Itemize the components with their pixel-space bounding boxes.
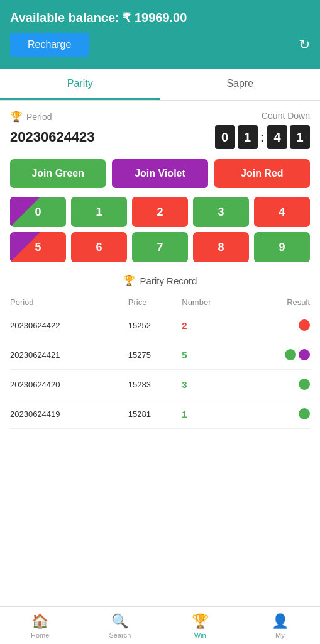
record-trophy-icon: 🏆 [123,275,135,286]
number-grid: 0 1 2 3 4 5 6 7 8 9 [10,197,310,262]
record-title: Parity Record [140,275,197,286]
number-cell-8[interactable]: 8 [193,232,249,262]
nav-my-label: My [275,631,285,639]
join-green-button[interactable]: Join Green [10,159,106,188]
nav-win-label: Win [194,631,206,639]
table-row: 20230624421 15275 5 [10,340,310,370]
period-number: 20230624423 [10,129,95,145]
join-red-button[interactable]: Join Red [214,159,310,188]
number-cell-9[interactable]: 9 [254,232,310,262]
cell-result [250,311,310,340]
refresh-icon[interactable]: ↻ [299,36,310,53]
cell-number: 2 [182,311,250,340]
my-icon: 👤 [272,613,289,630]
nav-search-label: Search [109,631,131,639]
bottom-nav: 🏠 Home 🔍 Search 🏆 Win 👤 My [0,606,320,644]
tab-sapre[interactable]: Sapre [160,69,321,100]
countdown-separator: : [260,129,265,145]
countdown-label: Count Down [262,111,310,121]
header: Available balance: ₹ 19969.00 Recharge ↻ [0,0,320,69]
cell-result [250,370,310,399]
record-table: Period Price Number Result 20230624422 1… [10,294,310,429]
cell-number: 3 [182,370,250,399]
col-price: Price [128,294,182,311]
green-dot [285,349,296,360]
col-period: Period [10,294,128,311]
green-dot [299,379,310,390]
balance-display: Available balance: ₹ 19969.00 [10,10,310,25]
table-row: 20230624420 15283 3 [10,370,310,399]
countdown-digit-3: 1 [290,125,310,149]
cell-result [250,340,310,370]
number-cell-0[interactable]: 0 [10,197,66,227]
countdown-digit-1: 1 [238,125,258,149]
number-cell-1[interactable]: 1 [71,197,127,227]
number-cell-2[interactable]: 2 [132,197,188,227]
home-icon: 🏠 [31,613,48,630]
cell-price: 15252 [128,311,182,340]
tabs-container: Parity Sapre [0,69,320,101]
cell-price: 15281 [128,399,182,429]
nav-home-label: Home [31,631,49,639]
period-row: 20230624423 0 1 : 4 1 [10,125,310,149]
number-cell-7[interactable]: 7 [132,232,188,262]
violet-dot [299,349,310,360]
cell-number: 5 [182,340,250,370]
cell-result [250,399,310,429]
number-cell-4[interactable]: 4 [254,197,310,227]
record-section: 🏆 Parity Record Period Price Number Resu… [10,275,310,429]
nav-win[interactable]: 🏆 Win [160,607,240,644]
col-number: Number [182,294,250,311]
number-cell-3[interactable]: 3 [193,197,249,227]
green-dot [299,408,310,419]
cell-number: 1 [182,399,250,429]
trophy-icon: 🏆 [10,111,23,123]
number-cell-5[interactable]: 5 [10,232,66,262]
recharge-button[interactable]: Recharge [10,33,89,57]
red-dot [299,319,310,331]
cell-price: 15283 [128,370,182,399]
number-cell-6[interactable]: 6 [71,232,127,262]
search-icon: 🔍 [111,613,128,630]
cell-period: 20230624422 [10,311,128,340]
period-label: 🏆 Period [10,111,52,123]
cell-period: 20230624419 [10,399,128,429]
cell-price: 15275 [128,340,182,370]
countdown-digit-2: 4 [267,125,287,149]
countdown-display: 0 1 : 4 1 [215,125,310,149]
main-content: 🏆 Period Count Down 20230624423 0 1 : 4 … [0,101,320,606]
nav-search[interactable]: 🔍 Search [80,607,160,644]
period-section: 🏆 Period Count Down [10,111,310,123]
table-row: 20230624419 15281 1 [10,399,310,429]
join-buttons-row: Join Green Join Violet Join Red [10,159,310,188]
cell-period: 20230624420 [10,370,128,399]
col-result: Result [250,294,310,311]
record-header: 🏆 Parity Record [10,275,310,286]
table-row: 20230624422 15252 2 [10,311,310,340]
nav-my[interactable]: 👤 My [240,607,320,644]
cell-period: 20230624421 [10,340,128,370]
win-icon: 🏆 [192,613,209,630]
join-violet-button[interactable]: Join Violet [112,159,207,188]
tab-parity[interactable]: Parity [0,69,160,100]
countdown-digit-0: 0 [215,125,235,149]
nav-home[interactable]: 🏠 Home [0,607,80,644]
